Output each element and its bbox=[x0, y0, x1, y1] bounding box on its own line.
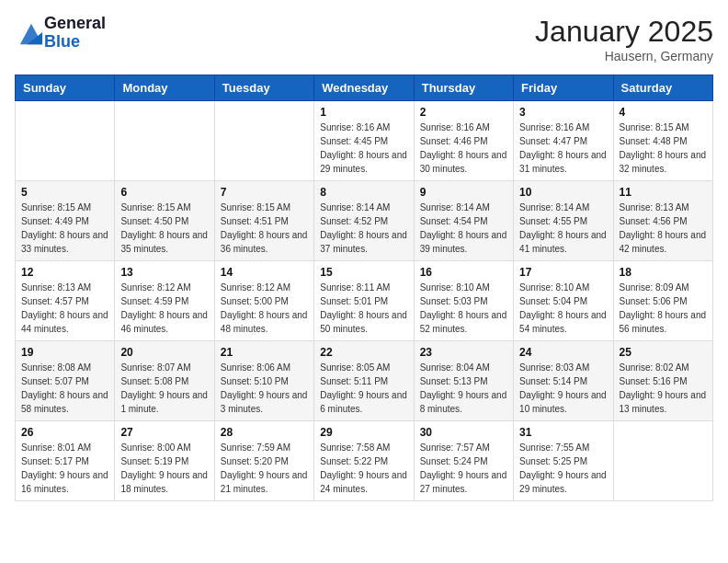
calendar-cell: 29Sunrise: 7:58 AM Sunset: 5:22 PM Dayli… bbox=[314, 421, 414, 501]
logo-text: General Blue bbox=[44, 15, 106, 52]
day-number: 16 bbox=[420, 266, 507, 279]
day-number: 18 bbox=[620, 266, 707, 279]
day-info: Sunrise: 8:14 AM Sunset: 4:55 PM Dayligh… bbox=[519, 201, 607, 256]
day-info: Sunrise: 8:15 AM Sunset: 4:49 PM Dayligh… bbox=[21, 201, 108, 256]
logo: General Blue bbox=[15, 15, 106, 52]
day-info: Sunrise: 8:15 AM Sunset: 4:48 PM Dayligh… bbox=[620, 121, 707, 176]
day-info: Sunrise: 8:16 AM Sunset: 4:47 PM Dayligh… bbox=[519, 121, 607, 176]
weekday-header: Sunday bbox=[16, 75, 115, 101]
day-info: Sunrise: 7:58 AM Sunset: 5:22 PM Dayligh… bbox=[320, 441, 407, 496]
day-number: 26 bbox=[21, 426, 108, 439]
logo-general: General bbox=[44, 15, 106, 33]
day-number: 23 bbox=[420, 346, 507, 359]
title-block: January 2025 Hausern, Germany bbox=[535, 15, 713, 63]
weekday-header: Thursday bbox=[414, 75, 513, 101]
day-number: 21 bbox=[221, 346, 308, 359]
day-number: 30 bbox=[420, 426, 507, 439]
month-title: January 2025 bbox=[535, 15, 713, 49]
day-number: 27 bbox=[120, 426, 208, 439]
day-info: Sunrise: 8:09 AM Sunset: 5:06 PM Dayligh… bbox=[620, 281, 707, 336]
calendar-cell: 11Sunrise: 8:13 AM Sunset: 4:56 PM Dayli… bbox=[613, 181, 712, 261]
day-info: Sunrise: 8:16 AM Sunset: 4:46 PM Dayligh… bbox=[420, 121, 507, 176]
calendar-cell: 9Sunrise: 8:14 AM Sunset: 4:54 PM Daylig… bbox=[414, 181, 513, 261]
day-number: 7 bbox=[221, 186, 308, 199]
day-number: 25 bbox=[620, 346, 707, 359]
location: Hausern, Germany bbox=[535, 49, 713, 63]
calendar-cell: 27Sunrise: 8:00 AM Sunset: 5:19 PM Dayli… bbox=[115, 421, 214, 501]
day-info: Sunrise: 8:08 AM Sunset: 5:07 PM Dayligh… bbox=[21, 361, 108, 416]
weekday-header: Tuesday bbox=[214, 75, 313, 101]
day-number: 19 bbox=[21, 346, 108, 359]
calendar-cell: 10Sunrise: 8:14 AM Sunset: 4:55 PM Dayli… bbox=[514, 181, 613, 261]
day-info: Sunrise: 8:07 AM Sunset: 5:08 PM Dayligh… bbox=[120, 361, 208, 416]
day-number: 28 bbox=[221, 426, 308, 439]
calendar-cell: 15Sunrise: 8:11 AM Sunset: 5:01 PM Dayli… bbox=[314, 261, 414, 341]
calendar-week-row: 19Sunrise: 8:08 AM Sunset: 5:07 PM Dayli… bbox=[16, 341, 713, 421]
day-number: 10 bbox=[519, 186, 607, 199]
day-info: Sunrise: 8:03 AM Sunset: 5:14 PM Dayligh… bbox=[519, 361, 607, 416]
logo-icon bbox=[18, 20, 44, 46]
day-info: Sunrise: 8:06 AM Sunset: 5:10 PM Dayligh… bbox=[221, 361, 308, 416]
day-info: Sunrise: 7:59 AM Sunset: 5:20 PM Dayligh… bbox=[221, 441, 308, 496]
day-number: 22 bbox=[320, 346, 407, 359]
weekday-header-row: SundayMondayTuesdayWednesdayThursdayFrid… bbox=[16, 75, 713, 101]
calendar-cell bbox=[115, 101, 214, 181]
calendar-week-row: 5Sunrise: 8:15 AM Sunset: 4:49 PM Daylig… bbox=[16, 181, 713, 261]
day-info: Sunrise: 8:15 AM Sunset: 4:51 PM Dayligh… bbox=[221, 201, 308, 256]
calendar-cell: 2Sunrise: 8:16 AM Sunset: 4:46 PM Daylig… bbox=[414, 101, 513, 181]
day-number: 3 bbox=[519, 106, 607, 119]
calendar-cell: 3Sunrise: 8:16 AM Sunset: 4:47 PM Daylig… bbox=[514, 101, 613, 181]
calendar-cell: 7Sunrise: 8:15 AM Sunset: 4:51 PM Daylig… bbox=[214, 181, 313, 261]
day-info: Sunrise: 8:01 AM Sunset: 5:17 PM Dayligh… bbox=[21, 441, 108, 496]
calendar-cell: 25Sunrise: 8:02 AM Sunset: 5:16 PM Dayli… bbox=[613, 341, 712, 421]
day-info: Sunrise: 8:15 AM Sunset: 4:50 PM Dayligh… bbox=[120, 201, 208, 256]
calendar-cell bbox=[613, 421, 712, 501]
calendar-week-row: 26Sunrise: 8:01 AM Sunset: 5:17 PM Dayli… bbox=[16, 421, 713, 501]
day-info: Sunrise: 8:16 AM Sunset: 4:45 PM Dayligh… bbox=[320, 121, 407, 176]
calendar-cell: 13Sunrise: 8:12 AM Sunset: 4:59 PM Dayli… bbox=[115, 261, 214, 341]
day-number: 17 bbox=[519, 266, 607, 279]
calendar-cell: 6Sunrise: 8:15 AM Sunset: 4:50 PM Daylig… bbox=[115, 181, 214, 261]
day-info: Sunrise: 8:05 AM Sunset: 5:11 PM Dayligh… bbox=[320, 361, 407, 416]
day-info: Sunrise: 8:12 AM Sunset: 5:00 PM Dayligh… bbox=[221, 281, 308, 336]
day-info: Sunrise: 7:55 AM Sunset: 5:25 PM Dayligh… bbox=[519, 441, 607, 496]
day-info: Sunrise: 8:04 AM Sunset: 5:13 PM Dayligh… bbox=[420, 361, 507, 416]
day-number: 2 bbox=[420, 106, 507, 119]
day-number: 14 bbox=[221, 266, 308, 279]
day-number: 12 bbox=[21, 266, 108, 279]
day-info: Sunrise: 8:02 AM Sunset: 5:16 PM Dayligh… bbox=[620, 361, 707, 416]
day-info: Sunrise: 7:57 AM Sunset: 5:24 PM Dayligh… bbox=[420, 441, 507, 496]
day-number: 11 bbox=[620, 186, 707, 199]
calendar-cell: 24Sunrise: 8:03 AM Sunset: 5:14 PM Dayli… bbox=[514, 341, 613, 421]
calendar-cell: 30Sunrise: 7:57 AM Sunset: 5:24 PM Dayli… bbox=[414, 421, 513, 501]
day-info: Sunrise: 8:00 AM Sunset: 5:19 PM Dayligh… bbox=[120, 441, 208, 496]
calendar-cell: 26Sunrise: 8:01 AM Sunset: 5:17 PM Dayli… bbox=[16, 421, 115, 501]
day-number: 15 bbox=[320, 266, 407, 279]
calendar-cell: 14Sunrise: 8:12 AM Sunset: 5:00 PM Dayli… bbox=[214, 261, 313, 341]
calendar-cell: 4Sunrise: 8:15 AM Sunset: 4:48 PM Daylig… bbox=[613, 101, 712, 181]
calendar-week-row: 1Sunrise: 8:16 AM Sunset: 4:45 PM Daylig… bbox=[16, 101, 713, 181]
day-number: 4 bbox=[620, 106, 707, 119]
day-number: 31 bbox=[519, 426, 607, 439]
day-number: 6 bbox=[120, 186, 208, 199]
day-info: Sunrise: 8:14 AM Sunset: 4:52 PM Dayligh… bbox=[320, 201, 407, 256]
calendar-cell: 22Sunrise: 8:05 AM Sunset: 5:11 PM Dayli… bbox=[314, 341, 414, 421]
calendar-cell: 1Sunrise: 8:16 AM Sunset: 4:45 PM Daylig… bbox=[314, 101, 414, 181]
weekday-header: Monday bbox=[115, 75, 214, 101]
calendar-cell: 5Sunrise: 8:15 AM Sunset: 4:49 PM Daylig… bbox=[16, 181, 115, 261]
calendar-cell bbox=[16, 101, 115, 181]
page-header: General Blue January 2025 Hausern, Germa… bbox=[15, 15, 713, 63]
calendar-cell: 12Sunrise: 8:13 AM Sunset: 4:57 PM Dayli… bbox=[16, 261, 115, 341]
calendar-table: SundayMondayTuesdayWednesdayThursdayFrid… bbox=[15, 75, 713, 501]
weekday-header: Friday bbox=[514, 75, 613, 101]
day-info: Sunrise: 8:11 AM Sunset: 5:01 PM Dayligh… bbox=[320, 281, 407, 336]
calendar-cell: 21Sunrise: 8:06 AM Sunset: 5:10 PM Dayli… bbox=[214, 341, 313, 421]
logo-blue: Blue bbox=[44, 33, 106, 52]
calendar-cell: 28Sunrise: 7:59 AM Sunset: 5:20 PM Dayli… bbox=[214, 421, 313, 501]
day-number: 24 bbox=[519, 346, 607, 359]
day-number: 1 bbox=[320, 106, 407, 119]
weekday-header: Wednesday bbox=[314, 75, 414, 101]
day-info: Sunrise: 8:13 AM Sunset: 4:57 PM Dayligh… bbox=[21, 281, 108, 336]
day-number: 5 bbox=[21, 186, 108, 199]
calendar-cell: 8Sunrise: 8:14 AM Sunset: 4:52 PM Daylig… bbox=[314, 181, 414, 261]
